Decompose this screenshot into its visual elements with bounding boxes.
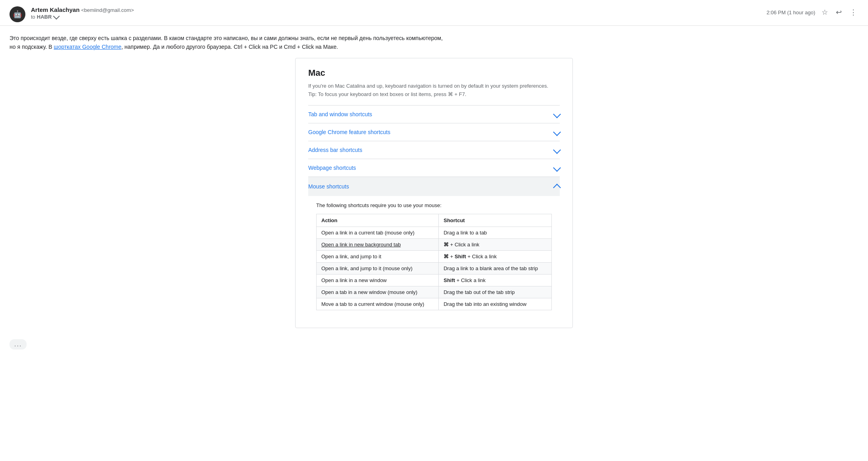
- reply-button[interactable]: ↩: [834, 6, 843, 18]
- accordion-chrome-features: Google Chrome feature shortcuts: [308, 123, 560, 141]
- body-text3: , например. Да и любого другого браузера…: [121, 44, 338, 50]
- dots-button[interactable]: ...: [10, 339, 27, 350]
- table-row: Open a tab in a new window (mouse only)D…: [317, 286, 552, 298]
- recipient-line: to HABR: [31, 14, 766, 20]
- star-button[interactable]: ☆: [820, 6, 830, 18]
- email-header: 🤖 Artem Kalachyan <bemiind@gmail.com> to…: [0, 0, 868, 26]
- email-meta: 2:06 PM (1 hour ago) ☆ ↩ ⋮: [766, 6, 858, 18]
- shortcut-cell: Drag a link to a blank area of the tab s…: [439, 262, 552, 274]
- shortcut-cell: Shift + Click a link: [439, 274, 552, 286]
- embedded-title: Mac: [308, 68, 560, 78]
- accordion-chrome-features-header[interactable]: Google Chrome feature shortcuts: [308, 123, 560, 141]
- embedded-desc: If you're on Mac Catalina and up, keyboa…: [308, 83, 560, 89]
- chevron-down-icon3: [553, 146, 561, 154]
- reply-icon: ↩: [836, 8, 842, 17]
- table-row: Open a link, and jump to it⌘ + Shift + C…: [317, 250, 552, 262]
- email-body: Это происходит везде, где сверху есть ша…: [0, 26, 868, 336]
- action-cell: Move a tab to a current window (mouse on…: [317, 298, 439, 310]
- action-cell: Open a tab in a new window (mouse only): [317, 286, 439, 298]
- sender-name: Artem Kalachyan: [31, 6, 80, 13]
- chevron-down-icon4: [553, 164, 561, 172]
- accordion-tab-window: Tab and window shortcuts: [308, 105, 560, 123]
- star-icon: ☆: [822, 8, 828, 17]
- shortcut-cell: Drag a link to a tab: [439, 227, 552, 238]
- accordion-tab-window-header[interactable]: Tab and window shortcuts: [308, 106, 560, 123]
- table-row: Open a link in new background tab⌘ + Cli…: [317, 238, 552, 250]
- accordion-webpage-label: Webpage shortcuts: [308, 165, 356, 171]
- accordion-webpage: Webpage shortcuts: [308, 159, 560, 177]
- table-row: Open a link in a new windowShift + Click…: [317, 274, 552, 286]
- shortcuts-description: The following shortcuts require you to u…: [316, 202, 552, 208]
- accordion-mouse-label: Mouse shortcuts: [308, 183, 349, 190]
- more-icon: ⋮: [850, 8, 857, 17]
- accordion-mouse: Mouse shortcuts The following shortcuts …: [308, 177, 560, 318]
- accordion-tab-window-label: Tab and window shortcuts: [308, 111, 372, 117]
- action-cell: Open a link in new background tab: [317, 238, 439, 250]
- avatar-emoji: 🤖: [13, 10, 22, 19]
- accordion-address-bar-header[interactable]: Address bar shortcuts: [308, 141, 560, 159]
- shortcut-cell: ⌘ + Click a link: [439, 238, 552, 250]
- action-cell: Open a link, and jump to it: [317, 250, 439, 262]
- shortcut-cell: ⌘ + Shift + Click a link: [439, 250, 552, 262]
- body-paragraph: Это происходит везде, где сверху есть ша…: [10, 34, 858, 52]
- chevron-up-icon: [553, 184, 561, 192]
- table-row: Open a link in a current tab (mouse only…: [317, 227, 552, 238]
- mouse-shortcuts-body: The following shortcuts require you to u…: [308, 196, 560, 318]
- body-text1: Это происходит везде, где сверху есть ша…: [10, 35, 443, 41]
- dots-icon: ...: [14, 341, 22, 348]
- email-time: 2:06 PM (1 hour ago): [766, 10, 815, 15]
- table-col-shortcut: Shortcut: [439, 214, 552, 227]
- email-footer: ...: [0, 336, 868, 354]
- more-button[interactable]: ⋮: [848, 6, 858, 18]
- accordion-address-bar: Address bar shortcuts: [308, 141, 560, 159]
- sender-info: Artem Kalachyan <bemiind@gmail.com> to H…: [31, 6, 766, 20]
- accordion-webpage-header[interactable]: Webpage shortcuts: [308, 159, 560, 177]
- action-cell: Open a link in a new window: [317, 274, 439, 286]
- action-cell: Open a link in a current tab (mouse only…: [317, 227, 439, 238]
- table-col-action: Action: [317, 214, 439, 227]
- recipient-chevron-icon[interactable]: [53, 13, 60, 19]
- avatar: 🤖: [10, 6, 25, 22]
- sender-email: <bemiind@gmail.com>: [81, 7, 134, 13]
- action-cell: Open a link, and jump to it (mouse only): [317, 262, 439, 274]
- shortcut-cell: Drag the tab into an existing window: [439, 298, 552, 310]
- shortcuts-table: Action Shortcut Open a link in a current…: [316, 214, 552, 310]
- accordion-mouse-header[interactable]: Mouse shortcuts: [308, 177, 560, 196]
- embedded-box: Mac If you're on Mac Catalina and up, ke…: [295, 58, 573, 328]
- sender-line: Artem Kalachyan <bemiind@gmail.com>: [31, 6, 766, 13]
- recipient-name: HABR: [37, 14, 52, 20]
- recipient-label: to: [31, 14, 35, 20]
- table-row: Move a tab to a current window (mouse on…: [317, 298, 552, 310]
- embedded-tip: Tip: To focus your keyboard on text boxe…: [308, 91, 560, 97]
- accordion-address-bar-label: Address bar shortcuts: [308, 147, 362, 153]
- body-text2: но я подскажу. В: [10, 44, 54, 50]
- chevron-down-icon2: [553, 128, 561, 136]
- chrome-shortcuts-link[interactable]: шорткатах Google Chrome: [54, 44, 121, 50]
- accordion-chrome-features-label: Google Chrome feature shortcuts: [308, 129, 390, 135]
- shortcut-cell: Drag the tab out of the tab strip: [439, 286, 552, 298]
- table-row: Open a link, and jump to it (mouse only)…: [317, 262, 552, 274]
- chevron-down-icon: [553, 110, 561, 118]
